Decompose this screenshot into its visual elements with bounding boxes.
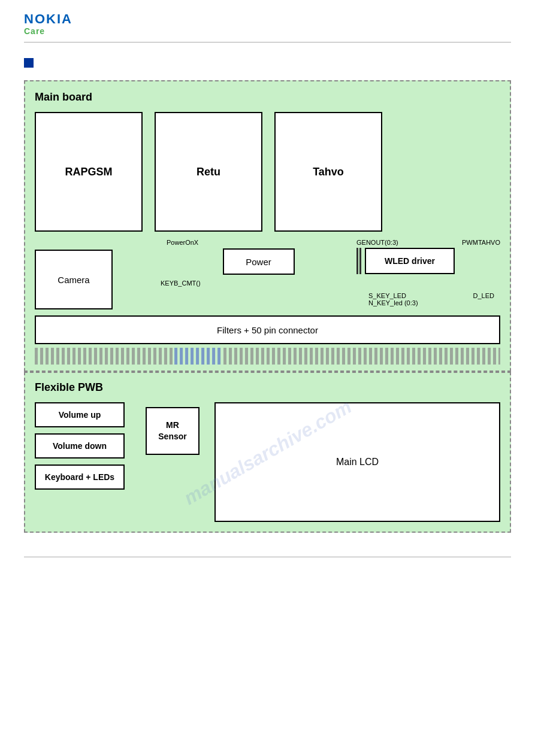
main-board: Main board RAPGSM Retu Tahvo <box>24 80 511 372</box>
wled-row: WLED driver <box>356 248 500 274</box>
keyboard-leds-label: Keyboard + LEDs <box>45 472 114 482</box>
power-label: Power <box>246 257 271 267</box>
pwmtahvo-label: PWMTAHVO <box>462 239 500 246</box>
pwb-right: Main LCD <box>214 402 500 522</box>
wled-driver-label: WLED driver <box>385 256 435 266</box>
bottom-divider <box>24 557 511 557</box>
mr-sensor-box: MR Sensor <box>146 407 200 455</box>
connector-pattern <box>35 348 500 365</box>
volume-down-label: Volume down <box>53 441 107 451</box>
right-section: GENOUT(0:3) PWMTAHVO WLED driver <box>356 239 500 306</box>
genout-label: GENOUT(0:3) <box>356 239 398 246</box>
left-section: Camera <box>35 239 155 309</box>
filters-box: Filters + 50 pin connector <box>35 315 500 344</box>
n-key-led-label: N_KEY_led (0:3) <box>368 299 418 306</box>
header-divider <box>24 42 511 42</box>
section-bullet <box>24 58 34 68</box>
retu-label: Retu <box>197 166 220 178</box>
volume-up-button: Volume up <box>35 402 125 427</box>
main-board-label: Main board <box>35 91 500 104</box>
tahvo-label: Tahvo <box>313 166 344 178</box>
flex-pwb: Flexible PWB Volume up Volume down Keybo… <box>24 372 511 533</box>
key-labels-row: S_KEY_LED N_KEY_led (0:3) D_LED <box>356 292 500 306</box>
keyboard-leds-button: Keyboard + LEDs <box>35 464 125 490</box>
care-label: Care <box>24 26 511 36</box>
filters-label: Filters + 50 pin connector <box>217 325 318 335</box>
d-led-label: D_LED <box>473 292 494 306</box>
center-section: PowerOnX Power KEYB_CMT() <box>155 239 356 290</box>
pwb-content: Volume up Volume down Keyboard + LEDs MR… <box>35 402 500 522</box>
flex-pwb-label: Flexible PWB <box>35 381 500 394</box>
wled-driver-box: WLED driver <box>365 248 455 274</box>
rapgsm-label: RAPGSM <box>65 166 112 178</box>
genout-pwm-row: GENOUT(0:3) PWMTAHVO <box>356 239 500 246</box>
header: NOKIA Care <box>24 12 511 52</box>
connector-strip <box>35 348 500 365</box>
main-lcd-label: Main LCD <box>336 457 379 467</box>
chip-rapgsm: RAPGSM <box>35 112 143 232</box>
poweronx-label: PowerOnX <box>167 239 198 246</box>
diagram-wrapper: Main board RAPGSM Retu Tahvo <box>24 80 511 533</box>
connector-blue-highlight <box>174 348 221 365</box>
camera-label: Camera <box>58 275 89 285</box>
nokia-brand: NOKIA <box>24 12 511 26</box>
chips-row: RAPGSM Retu Tahvo <box>35 112 500 232</box>
s-key-led-label: S_KEY_LED <box>368 292 418 299</box>
main-lcd-box: Main LCD <box>214 402 500 522</box>
chip-retu: Retu <box>155 112 262 232</box>
camera-box: Camera <box>35 250 113 309</box>
nokia-logo: NOKIA Care <box>24 12 511 36</box>
pwb-buttons: Volume up Volume down Keyboard + LEDs <box>35 402 131 490</box>
chip-tahvo: Tahvo <box>274 112 382 232</box>
power-box: Power <box>223 248 295 275</box>
volume-up-label: Volume up <box>59 410 101 420</box>
keyb-cmt-label: KEYB_CMT() <box>161 280 201 287</box>
pwb-middle: MR Sensor <box>143 407 202 455</box>
second-row: Camera PowerOnX Power KEYB_CMT() <box>35 239 500 309</box>
page: NOKIA Care Main board RAPGSM Retu Tahvo <box>0 0 535 756</box>
volume-down-button: Volume down <box>35 433 125 459</box>
mr-sensor-label: MR Sensor <box>158 420 186 443</box>
